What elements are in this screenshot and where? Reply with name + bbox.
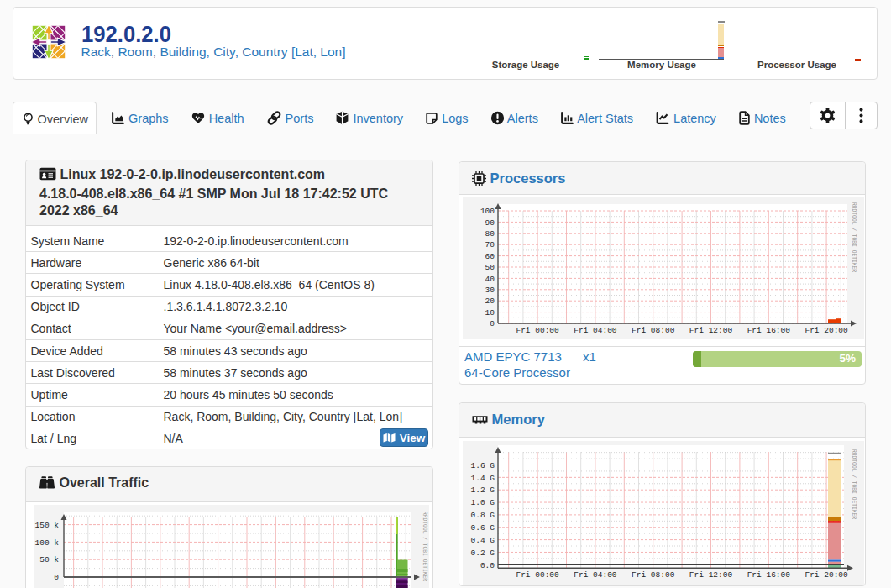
svg-text:0: 0 xyxy=(490,319,495,328)
svg-text:0.8 G: 0.8 G xyxy=(470,511,495,520)
svg-text:70: 70 xyxy=(485,240,495,249)
svg-text:Fri 00:00: Fri 00:00 xyxy=(516,326,559,335)
svg-text:0.0: 0.0 xyxy=(480,561,495,570)
svg-text:RRDTOOL / TOBI OETIKER: RRDTOOL / TOBI OETIKER xyxy=(851,449,857,519)
svg-text:60: 60 xyxy=(485,252,495,261)
svg-text:90: 90 xyxy=(485,218,495,228)
svg-text:Fri 00:00: Fri 00:00 xyxy=(516,570,559,580)
svg-text:100: 100 xyxy=(480,207,495,216)
svg-text:30: 30 xyxy=(485,286,495,295)
svg-text:50: 50 xyxy=(485,263,495,272)
svg-text:Fri 08:00: Fri 08:00 xyxy=(632,570,675,580)
svg-text:20: 20 xyxy=(485,297,495,306)
svg-text:1.6 G: 1.6 G xyxy=(470,461,495,470)
svg-text:150 k: 150 k xyxy=(34,521,59,530)
svg-text:1.2 G: 1.2 G xyxy=(470,486,495,495)
svg-text:Fri 16:00: Fri 16:00 xyxy=(747,326,791,335)
svg-text:1.4 G: 1.4 G xyxy=(470,474,495,483)
svg-text:Fri 20:00: Fri 20:00 xyxy=(805,570,848,580)
svg-text:0.6 G: 0.6 G xyxy=(470,523,495,533)
svg-text:Fri 08:00: Fri 08:00 xyxy=(632,326,675,335)
svg-text:0: 0 xyxy=(54,573,59,582)
svg-text:Fri 12:00: Fri 12:00 xyxy=(689,326,733,335)
svg-text:Fri 20:00: Fri 20:00 xyxy=(805,326,848,335)
svg-text:10: 10 xyxy=(485,308,495,318)
svg-text:RRDTOOL / TOBI OETIKER: RRDTOOL / TOBI OETIKER xyxy=(422,512,427,581)
svg-text:Fri 04:00: Fri 04:00 xyxy=(574,326,617,335)
svg-text:40: 40 xyxy=(485,275,495,284)
svg-text:Fri 12:00: Fri 12:00 xyxy=(689,570,733,580)
svg-text:Fri 04:00: Fri 04:00 xyxy=(574,570,617,580)
svg-text:1.0 G: 1.0 G xyxy=(470,498,495,507)
svg-text:100 k: 100 k xyxy=(34,538,59,548)
svg-text:50 k: 50 k xyxy=(39,555,59,564)
svg-text:0.4 G: 0.4 G xyxy=(470,536,495,545)
svg-text:RRDTOOL / TOBI OETIKER: RRDTOOL / TOBI OETIKER xyxy=(851,202,857,272)
svg-text:0.2 G: 0.2 G xyxy=(470,549,495,558)
svg-text:Fri 16:00: Fri 16:00 xyxy=(747,570,791,580)
svg-text:80: 80 xyxy=(485,229,495,239)
